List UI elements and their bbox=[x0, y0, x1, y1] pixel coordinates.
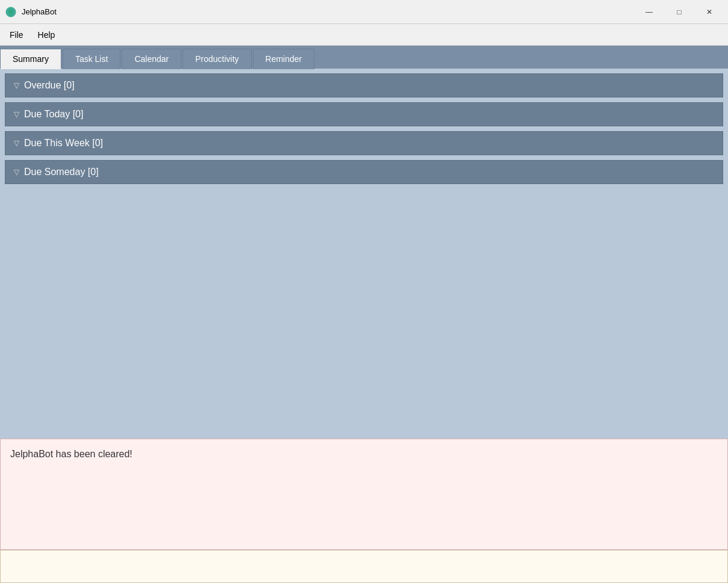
main-content: ▽ Overdue [0] ▽ Due Today [0] ▽ Due This… bbox=[0, 69, 728, 439]
section-due-someday[interactable]: ▽ Due Someday [0] bbox=[5, 160, 723, 184]
app-icon bbox=[5, 6, 17, 18]
section-due-someday-label: Due Someday [0] bbox=[24, 167, 99, 177]
minimize-button[interactable]: — bbox=[635, 3, 663, 21]
svg-point-1 bbox=[8, 9, 13, 14]
svg-rect-2 bbox=[10, 14, 12, 16]
section-overdue-label: Overdue [0] bbox=[24, 80, 75, 91]
content-spacer bbox=[5, 189, 723, 434]
chevron-due-today-icon: ▽ bbox=[14, 110, 19, 119]
command-input[interactable] bbox=[8, 555, 720, 575]
tab-summary[interactable]: Summary bbox=[0, 49, 61, 69]
chevron-overdue-icon: ▽ bbox=[14, 81, 19, 90]
tab-productivity[interactable]: Productivity bbox=[182, 49, 251, 69]
chevron-due-this-week-icon: ▽ bbox=[14, 139, 19, 147]
chevron-due-someday-icon: ▽ bbox=[14, 168, 19, 176]
title-bar: JelphaBot — □ ✕ bbox=[0, 0, 728, 24]
section-due-today[interactable]: ▽ Due Today [0] bbox=[5, 102, 723, 126]
message-area: JelphaBot has been cleared! bbox=[0, 439, 728, 550]
section-overdue[interactable]: ▽ Overdue [0] bbox=[5, 73, 723, 97]
title-bar-left: JelphaBot bbox=[5, 6, 57, 18]
tab-reminder[interactable]: Reminder bbox=[253, 49, 315, 69]
message-text: JelphaBot has been cleared! bbox=[10, 449, 132, 459]
maximize-button[interactable]: □ bbox=[665, 3, 693, 21]
menu-item-file[interactable]: File bbox=[2, 24, 31, 45]
tab-calendar[interactable]: Calendar bbox=[122, 49, 181, 69]
tab-task-list[interactable]: Task List bbox=[63, 49, 120, 69]
app-title: JelphaBot bbox=[22, 7, 57, 16]
bottom-panel: JelphaBot has been cleared! bbox=[0, 439, 728, 583]
section-due-today-label: Due Today [0] bbox=[24, 109, 83, 120]
section-due-this-week[interactable]: ▽ Due This Week [0] bbox=[5, 131, 723, 155]
close-button[interactable]: ✕ bbox=[695, 3, 723, 21]
title-bar-controls: — □ ✕ bbox=[635, 3, 723, 21]
tab-bar: Summary Task List Calendar Productivity … bbox=[0, 46, 728, 69]
menu-bar: File Help bbox=[0, 24, 728, 46]
input-area bbox=[0, 550, 728, 583]
section-due-this-week-label: Due This Week [0] bbox=[24, 138, 103, 149]
menu-item-help[interactable]: Help bbox=[31, 24, 63, 45]
